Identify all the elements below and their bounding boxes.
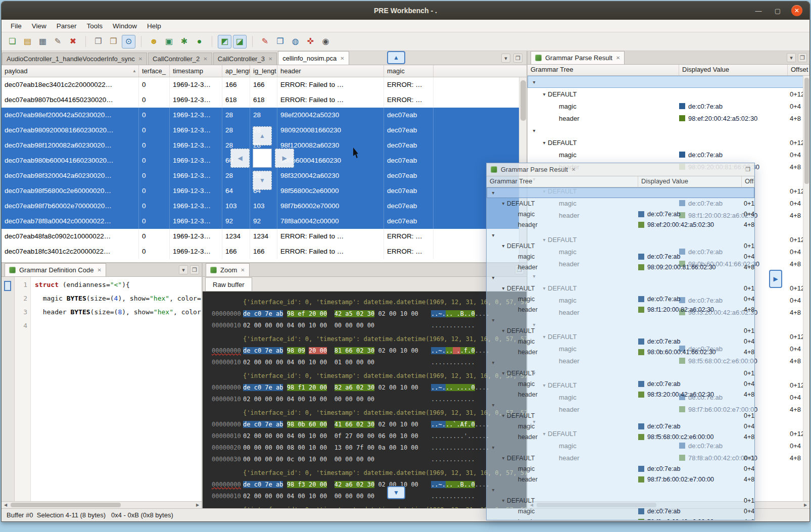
scrollbar-thumb[interactable] <box>11 503 121 507</box>
copy-button[interactable]: ❐ <box>91 35 105 49</box>
expander-icon[interactable]: ▾ <box>541 140 548 146</box>
tree-row[interactable]: ▾DEFAULT0+12 <box>487 198 754 209</box>
scrollbar-thumb[interactable] <box>804 78 809 184</box>
table-row[interactable]: dec07eab78f8a00042c00000022…01969-12-3…9… <box>2 214 527 229</box>
hex-line[interactable]: 00000000de c0 7e ab 98 f1 20 00 82 a6 02… <box>203 382 527 394</box>
user-profile-button[interactable]: ☻ <box>147 35 161 49</box>
column-offset[interactable]: Offset <box>742 176 754 187</box>
expander-icon[interactable]: ▾ <box>490 190 497 196</box>
document-tab[interactable]: CallController_3✕ <box>213 53 277 65</box>
tab-list-menu-button[interactable]: ▾ <box>501 54 510 63</box>
code-editor[interactable]: 1234 struct (endianness="<"){ magic BYTE… <box>2 277 202 501</box>
menu-parser[interactable]: Parser <box>52 21 82 31</box>
expander-icon[interactable]: ▾ <box>500 201 507 206</box>
dock-edge-right[interactable]: ▶ <box>769 270 782 288</box>
new-file-button[interactable]: ❏ <box>6 35 19 49</box>
panel-menu-button[interactable]: ▾ <box>787 53 796 62</box>
table-row[interactable]: dec07eab18fc3401c2c20000022…01969-12-3…1… <box>2 244 527 259</box>
tree-row[interactable]: ▾DEFAULT0+12 <box>487 283 754 294</box>
code-text[interactable]: struct (endianness="<"){ magic BYTES(siz… <box>31 277 202 501</box>
dock-edge-bottom[interactable]: ▼ <box>387 486 405 499</box>
tree-row[interactable]: magicde:c0:7e:ab0+4 <box>528 100 809 112</box>
tab-close-icon[interactable]: ✕ <box>268 56 272 62</box>
tab-raw-buffer[interactable]: Raw buffer <box>205 277 252 291</box>
table-row[interactable]: dec07eab9807bc0441650230020…01969-12-3…6… <box>2 92 527 108</box>
maximize-button[interactable]: ▢ <box>772 5 783 16</box>
save-button[interactable]: ▦ <box>36 35 50 49</box>
tree-row[interactable]: ▾DEFAULT0+12 <box>487 325 754 336</box>
tree-row[interactable]: header98:09:20:00:81:66:02:304+8 <box>487 262 754 272</box>
table-row[interactable]: dec07eab98ef200042a50230020…01969-12-3…2… <box>2 108 527 123</box>
dock-drop-down[interactable]: ▼ <box>253 171 272 190</box>
parse-result-vscrollbar[interactable] <box>803 76 809 501</box>
hex-line[interactable]: 00000000de c0 7e ab 98 ef 20 00 42 a5 02… <box>203 308 527 320</box>
grammar-definition-title-tab[interactable]: Grammar Definition Code ✕ <box>5 263 106 276</box>
floating-window-titlebar[interactable]: Grammar Parse Result ✕ ❐ <box>487 163 754 176</box>
panel-float-button[interactable]: ❐ <box>798 53 807 62</box>
tree-row[interactable]: ▾ <box>528 124 809 136</box>
toggle-grammar-panel-button[interactable]: ◩ <box>218 35 231 49</box>
tree-row[interactable]: magicde:c0:7e:ab0+4 <box>487 251 754 262</box>
tree-row[interactable]: ▾ <box>487 442 754 453</box>
expander-icon[interactable]: ▾ <box>500 243 507 249</box>
tree-row[interactable]: ▾DEFAULT0+12 <box>528 88 809 100</box>
open-file-button[interactable]: ▤ <box>21 35 34 49</box>
tree-row[interactable]: magicde:c0:7e:ab0+4 <box>487 506 754 516</box>
toggle-parse-result-panel-button[interactable]: ◪ <box>233 35 247 49</box>
tree-row[interactable]: ▾DEFAULT0+12 <box>487 240 754 251</box>
close-icon[interactable]: ✕ <box>97 267 101 273</box>
document-tab[interactable]: AudioController_1_handleVocoderInfo_sync… <box>2 53 147 65</box>
expander-icon[interactable]: ▾ <box>490 487 497 493</box>
tree-row[interactable]: ▾ <box>487 400 754 410</box>
minimize-button[interactable]: — <box>753 5 764 16</box>
hex-line[interactable]: 0000003000 00 00 00 0c 00 10 00 00 00 00… <box>203 454 527 465</box>
expander-icon[interactable]: ▾ <box>500 370 507 376</box>
menu-tools[interactable]: Tools <box>82 21 108 31</box>
scroll-right-arrow[interactable]: ▶ <box>194 503 202 507</box>
column-offset[interactable]: Offset <box>788 65 809 75</box>
pa ste-ignore-button[interactable]: ❒ <box>107 35 120 49</box>
tree-row[interactable]: ▾ <box>487 315 754 325</box>
tree-row[interactable]: header98:f5:68:00:c2:e6:00:004+8 <box>487 431 754 442</box>
tab-close-icon[interactable]: ✕ <box>203 56 207 62</box>
close-icon[interactable]: ✕ <box>241 267 245 273</box>
tree-row[interactable]: header98:f3:20:00:42:a6:02:304+8 <box>487 389 754 400</box>
search-button[interactable]: ◉ <box>319 35 332 49</box>
hex-line[interactable]: 0000001002 00 00 00 04 00 10 00 00 00 00… <box>203 491 527 502</box>
tree-row[interactable]: magicde:c0:7e:ab0+4 <box>487 294 754 304</box>
expander-icon[interactable]: ▾ <box>541 91 548 97</box>
new-window-button[interactable]: ❒ <box>273 35 287 49</box>
hex-view[interactable]: {'interface_id': 0, 'timestamp': datetim… <box>203 292 527 508</box>
column-header-header[interactable]: header <box>277 65 384 77</box>
menu-help[interactable]: Help <box>142 21 166 31</box>
column-header-timestamp[interactable]: timestamp <box>170 65 222 77</box>
expander-icon[interactable]: ▾ <box>490 317 497 323</box>
column-header-terface_[interactable]: terface_ <box>139 65 170 77</box>
floating-parse-result-window[interactable]: Grammar Parse Result ✕ ❐ Grammar Tree Di… <box>486 163 755 520</box>
tab-float-button[interactable]: ❐ <box>513 54 522 63</box>
dock-drop-center[interactable] <box>253 149 272 168</box>
panel-menu-button[interactable]: ▾ <box>179 265 188 274</box>
parse-result-title-tab[interactable]: Grammar Parse Result ✕ <box>531 51 625 64</box>
hex-line[interactable]: 0000001002 00 00 00 04 00 10 00 00 00 00… <box>203 320 527 331</box>
hex-line[interactable]: 00000000de c0 7e ab 98 f3 20 00 42 a6 02… <box>203 479 527 491</box>
tree-row[interactable]: ▾ <box>487 187 754 198</box>
tree-row[interactable]: ▾DEFAULT0+12 <box>487 368 754 378</box>
tree-row[interactable]: ▾ <box>487 230 754 240</box>
column-displayed-value[interactable]: Displayed Value <box>679 65 788 75</box>
expander-icon[interactable]: ▾ <box>500 455 507 461</box>
tree-row[interactable]: magicde:c0:7e:ab0+4 <box>487 463 754 474</box>
hex-line[interactable]: 00000000de c0 7e ab 98 09 20 00 81 66 02… <box>203 345 527 357</box>
tree-row[interactable]: ▾ <box>487 272 754 283</box>
column-grammar-tree[interactable]: Grammar Tree <box>487 176 638 187</box>
scroll-right-arrow[interactable]: ▶ <box>801 503 809 507</box>
web-view-button[interactable]: ◍ <box>289 35 302 49</box>
scroll-left-arrow[interactable]: ◀ <box>2 503 10 507</box>
close-button[interactable]: ✕ <box>791 5 802 16</box>
hex-line[interactable]: 0000001002 00 00 00 04 00 10 00 01 00 00… <box>203 357 527 368</box>
tree-row[interactable]: header98:0b:60:00:41:66:02:304+8 <box>487 347 754 357</box>
tree-row[interactable]: header98:f1:20:00:82:a6:02:304+8 <box>487 304 754 315</box>
column-header-magic[interactable]: magic <box>384 65 434 77</box>
tree-row[interactable]: ▾ <box>487 357 754 368</box>
menu-file[interactable]: File <box>6 21 27 31</box>
